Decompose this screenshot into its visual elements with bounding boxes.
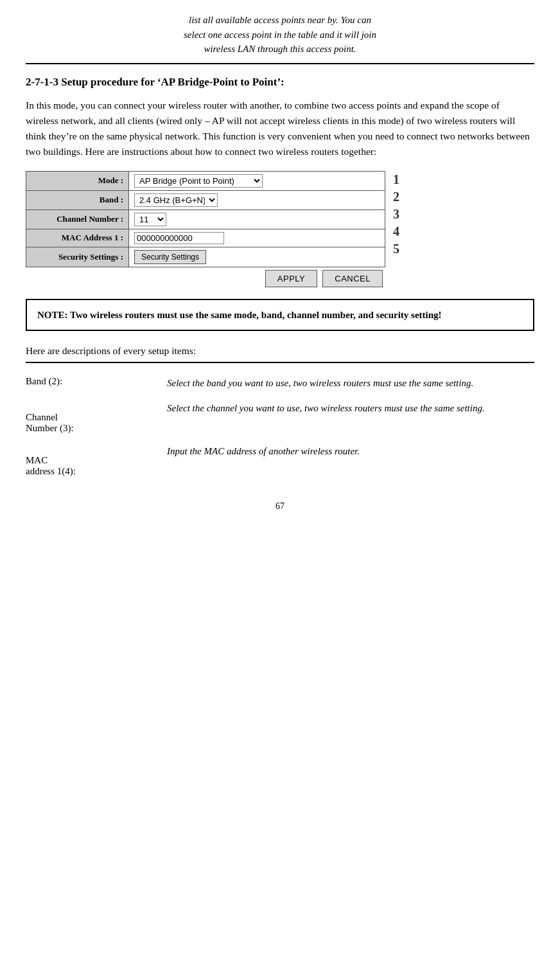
intro-text: list all available access points near by… [26, 13, 534, 64]
mode-value-cell: AP Bridge (Point to Point) [129, 171, 385, 190]
row-number-5: 5 [393, 240, 399, 258]
desc-def-channel: Select the channel you want to use, two … [167, 396, 534, 439]
row-number-2: 2 [393, 188, 399, 206]
band-value-cell: 2.4 GHz (B+G+N) [129, 190, 385, 210]
section-heading: 2-7-1-3 Setup procedure for ‘AP Bridge-P… [26, 76, 534, 89]
channel-value-cell: 11 [129, 210, 385, 229]
note-text: NOTE: Two wireless routers must use the … [37, 310, 442, 320]
page-number: 67 [26, 501, 534, 512]
channel-select[interactable]: 11 [134, 213, 166, 226]
desc-row-mac: MAC address 1(4): Input the MAC address … [26, 439, 534, 482]
cancel-button[interactable]: CANCEL [322, 270, 383, 287]
security-settings-button[interactable]: Security Settings [134, 250, 206, 264]
desc-term-channel: Channel Number (3): [26, 396, 167, 439]
table-row-security: Security Settings : Security Settings [26, 247, 385, 267]
desc-term-mac: MAC address 1(4): [26, 439, 167, 482]
note-box: NOTE: Two wireless routers must use the … [26, 299, 534, 332]
action-buttons-row: APPLY CANCEL [26, 270, 385, 287]
mode-select[interactable]: AP Bridge (Point to Point) [134, 174, 263, 188]
config-table: Mode : AP Bridge (Point to Point) Band :… [26, 171, 385, 267]
security-value-cell: Security Settings [129, 247, 385, 267]
row-number-3: 3 [393, 206, 399, 223]
config-wrapper: Mode : AP Bridge (Point to Point) Band :… [26, 171, 534, 287]
desc-def-band: Select the band you want to use, two wir… [167, 371, 534, 396]
security-label: Security Settings : [26, 247, 129, 267]
desc-row-band: Band (2): Select the band you want to us… [26, 371, 534, 396]
desc-term-band: Band (2): [26, 371, 167, 396]
table-row-mode: Mode : AP Bridge (Point to Point) [26, 171, 385, 190]
mac-input[interactable] [134, 232, 224, 244]
desc-intro: Here are descriptions of every setup ite… [26, 345, 534, 357]
band-select[interactable]: 2.4 GHz (B+G+N) [134, 193, 218, 207]
row-numbers: 1 2 3 4 5 [393, 171, 399, 258]
mac-label: MAC Address 1 : [26, 229, 129, 247]
descriptions-table: Band (2): Select the band you want to us… [26, 371, 534, 482]
apply-button[interactable]: APPLY [265, 270, 317, 287]
desc-def-mac: Input the MAC address of another wireles… [167, 439, 534, 482]
band-label: Band : [26, 190, 129, 210]
mode-label: Mode : [26, 171, 129, 190]
body-paragraph: In this mode, you can connect your wirel… [26, 98, 534, 159]
channel-label: Channel Number : [26, 210, 129, 229]
row-number-4: 4 [393, 223, 399, 240]
row-number-1: 1 [393, 171, 399, 188]
table-row-band: Band : 2.4 GHz (B+G+N) [26, 190, 385, 210]
table-row-mac: MAC Address 1 : [26, 229, 385, 247]
table-row-channel: Channel Number : 11 [26, 210, 385, 229]
desc-row-channel: Channel Number (3): Select the channel y… [26, 396, 534, 439]
mac-value-cell [129, 229, 385, 247]
desc-divider [26, 362, 534, 363]
